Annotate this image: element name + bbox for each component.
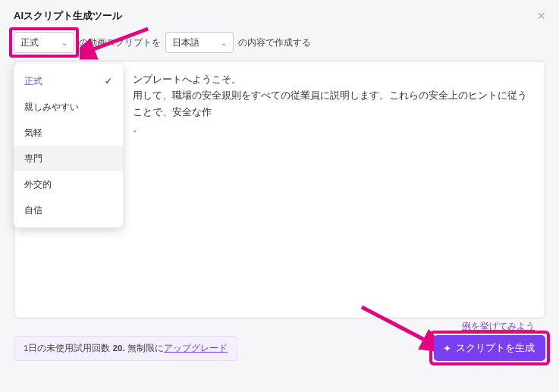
sparkle-icon: ✦ xyxy=(443,343,451,354)
tone-select[interactable]: 正式 ⌄ xyxy=(14,32,74,53)
language-select-value: 日本語 xyxy=(172,36,199,49)
tone-option[interactable]: 外交的 xyxy=(14,171,123,197)
controls-text-mid: の動画スクリプトを xyxy=(79,36,161,49)
example-link[interactable]: 例を挙げてみよう xyxy=(462,320,535,333)
body-line2: 用して、職場の安全規則をすべての従業員に説明します。これらの安全上のヒントに従う… xyxy=(133,90,527,117)
controls-text-tail: の内容で作成する xyxy=(238,36,311,49)
upgrade-link[interactable]: アップグレード xyxy=(164,343,228,353)
tone-option-label: 自信 xyxy=(24,204,42,217)
tone-option-label: 気軽 xyxy=(24,127,42,140)
generate-button-label: スクリプトを生成 xyxy=(456,342,535,355)
chevron-down-icon: ⌄ xyxy=(221,39,227,47)
tone-option-label: 専門 xyxy=(24,152,42,165)
tone-dropdown[interactable]: 正式✓親しみやすい気軽専門外交的自信 xyxy=(14,64,123,227)
trial-mid: 無制限に xyxy=(125,343,164,353)
check-icon: ✓ xyxy=(105,76,112,86)
page-title: AIスクリプト生成ツール xyxy=(14,9,122,23)
tone-option[interactable]: 専門 xyxy=(14,146,123,171)
trial-count: 20. xyxy=(113,343,125,353)
trial-prefix: 1日の未使用試用回数 xyxy=(24,343,113,353)
generate-button[interactable]: ✦ スクリプトを生成 xyxy=(434,335,545,361)
tone-option-label: 親しみやすい xyxy=(24,101,79,114)
tone-option[interactable]: 親しみやすい xyxy=(14,94,123,120)
tone-select-value: 正式 xyxy=(20,36,39,49)
tone-option-label: 外交的 xyxy=(24,178,52,191)
tone-option[interactable]: 自信 xyxy=(14,197,123,223)
chevron-down-icon: ⌄ xyxy=(61,39,68,47)
body-line1: ンプレートへようこそ。 xyxy=(133,74,241,85)
close-icon[interactable]: × xyxy=(537,9,545,23)
tone-option-label: 正式 xyxy=(24,75,42,88)
body-line3: 。 xyxy=(133,123,143,133)
tone-option[interactable]: 正式✓ xyxy=(14,68,123,94)
trial-banner: 1日の未使用試用回数 20. 無制限にアップグレード xyxy=(14,336,237,361)
language-select[interactable]: 日本語 ⌄ xyxy=(165,32,234,53)
tone-option[interactable]: 気軽 xyxy=(14,120,123,146)
